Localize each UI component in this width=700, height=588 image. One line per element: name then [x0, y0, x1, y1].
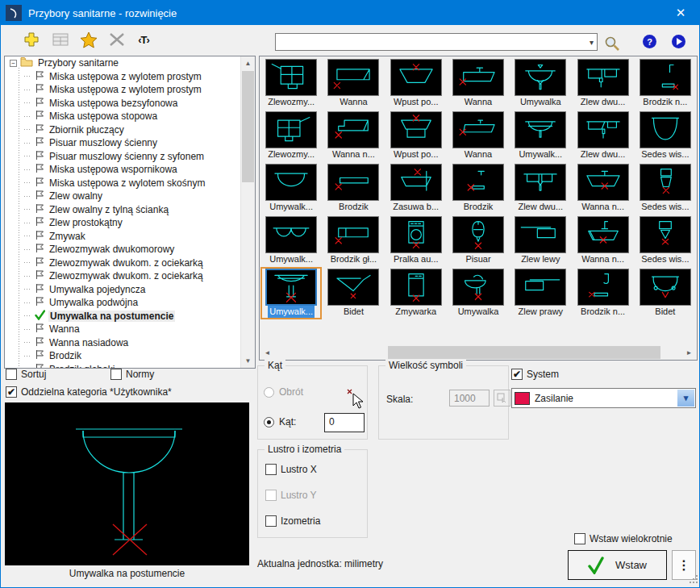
- search-icon[interactable]: [602, 33, 623, 54]
- window-title: Przybory sanitarne - rozwinięcie: [28, 7, 177, 19]
- symbol-cell[interactable]: Umywalka: [449, 269, 507, 318]
- tree-root[interactable]: − Przybory sanitarne: [5, 56, 241, 70]
- tree-item[interactable]: Miska ustępowa stopowa: [5, 110, 241, 123]
- tree-item[interactable]: Zlew owalny z tylną ścianką: [5, 203, 241, 217]
- lustro-y-checkbox[interactable]: ✔Lustro Y: [265, 490, 316, 501]
- tree-item[interactable]: Pisuar muszlowy ścienny: [5, 136, 241, 150]
- symbol-cell[interactable]: Sedes wis...: [636, 111, 694, 161]
- symbol-cell[interactable]: Bidet: [636, 269, 694, 318]
- text-symbol-button[interactable]: ‹T›: [133, 29, 154, 50]
- tree-item[interactable]: Miska ustępowa z wylotem skośnym: [5, 177, 241, 190]
- help-button[interactable]: ?: [643, 35, 656, 48]
- symbol-cell[interactable]: Sedes wis...: [636, 216, 694, 265]
- tree-item[interactable]: Zlew prostokątny: [5, 216, 241, 230]
- symbol-cell[interactable]: Wanna n...: [324, 111, 382, 161]
- symbol-cell[interactable]: Zlewozmy...: [262, 59, 320, 108]
- symbol-cell[interactable]: Zmywarka: [387, 269, 445, 318]
- tree-item[interactable]: Brodzik: [5, 349, 241, 363]
- symbol-cell[interactable]: Umywalk...: [511, 111, 569, 161]
- symbol-cell[interactable]: Wanna n...: [573, 164, 631, 213]
- symbol-cell[interactable]: Umywalka: [511, 59, 569, 108]
- symbol-cell[interactable]: Wanna: [449, 59, 507, 108]
- table-view-icon[interactable]: [50, 29, 71, 50]
- symbol-cell[interactable]: Brodzik gł...: [324, 216, 382, 265]
- tree-item[interactable]: Zmywak: [5, 230, 241, 244]
- skala-input[interactable]: 1000: [449, 390, 490, 407]
- symbol-cell[interactable]: Zlew prawy: [511, 269, 569, 318]
- symbol-cell[interactable]: Wanna: [324, 59, 382, 108]
- skala-pick-button[interactable]: [494, 390, 510, 407]
- symbol-cell[interactable]: Bidet: [324, 269, 382, 318]
- tree-item[interactable]: Miska ustępowa z wylotem prostym: [5, 70, 241, 84]
- kat-input[interactable]: 0: [324, 413, 365, 432]
- tree-item[interactable]: Pisuar muszlowy ścienny z syfonem: [5, 150, 241, 164]
- symbol-cell[interactable]: Wpust po...: [387, 111, 445, 161]
- normy-checkbox[interactable]: ✔Normy: [110, 369, 154, 380]
- resize-grip[interactable]: [690, 574, 698, 586]
- scroll-right-icon[interactable]: ►: [682, 346, 696, 360]
- symbol-cell[interactable]: Zlew dwu...: [511, 164, 569, 213]
- tree-item-label: Zlewozmywak dwukomorowy: [48, 244, 176, 255]
- chevron-down-icon[interactable]: ▾: [590, 38, 594, 47]
- scroll-left-icon[interactable]: ◄: [260, 346, 274, 360]
- lustro-x-checkbox[interactable]: ✔Lustro X: [265, 464, 317, 475]
- symbol-thumbnail: [265, 164, 317, 201]
- wstaw-wielokrotnie-checkbox[interactable]: ✔Wstaw wielokrotnie: [574, 533, 673, 544]
- symbol-cell[interactable]: Brodzik: [324, 164, 382, 213]
- tree-vertical-scrollbar[interactable]: ▲ ▼: [240, 56, 255, 368]
- tree-item[interactable]: Wanna nasiadowa: [5, 336, 241, 350]
- symbol-cell[interactable]: Pisuar: [449, 216, 507, 265]
- tree-item[interactable]: Umywalka pojedyncza: [5, 283, 241, 297]
- kat-radio[interactable]: Kąt:: [264, 416, 296, 427]
- tree-connector: [24, 169, 31, 170]
- tree-item[interactable]: Brodzik głęboki: [5, 363, 241, 369]
- symbol-cell[interactable]: Wanna n...: [573, 216, 631, 265]
- wstaw-button[interactable]: Wstaw: [568, 550, 667, 580]
- symbol-cell[interactable]: Pralka au...: [387, 216, 445, 265]
- scroll-down-icon[interactable]: ▼: [241, 354, 255, 368]
- delete-icon[interactable]: [106, 29, 127, 50]
- tree-item[interactable]: Miska ustępowa wspornikowa: [5, 163, 241, 177]
- symbol-cell[interactable]: Brodzik n...: [573, 269, 631, 318]
- tree-item[interactable]: Zlewozmywak dwukom. z ociekarką: [5, 269, 241, 283]
- tree-item[interactable]: Miska ustępowa z wylotem prostym: [5, 83, 241, 97]
- sortuj-checkbox[interactable]: ✔Sortuj: [6, 369, 46, 380]
- symbol-cell[interactable]: Umywalk...: [262, 269, 320, 318]
- tree-item[interactable]: Umywalka podwójna: [5, 296, 241, 310]
- tree-item[interactable]: Zlewozmywak dwukom. z ociekarką: [5, 256, 241, 270]
- tree-item[interactable]: Umywalka na postumencie: [5, 310, 241, 323]
- system-checkbox[interactable]: ✔System: [511, 369, 559, 380]
- favorites-star-icon[interactable]: [78, 29, 99, 50]
- tree-item[interactable]: Wanna: [5, 323, 241, 336]
- symbol-cell[interactable]: Umywalk...: [262, 216, 320, 265]
- symbol-cell[interactable]: Zlew dwu...: [573, 111, 631, 161]
- izometria-checkbox[interactable]: ✔Izometria: [265, 515, 320, 527]
- tree-item[interactable]: Zlew owalny: [5, 190, 241, 203]
- symbol-cell[interactable]: Zlew dwu...: [573, 59, 631, 108]
- collapse-icon[interactable]: −: [10, 60, 17, 67]
- tree-item[interactable]: Zbiornik płuczący: [5, 123, 241, 137]
- close-button[interactable]: ✕: [662, 1, 699, 25]
- tree-item[interactable]: Miska ustępowa bezsyfonowa: [5, 97, 241, 111]
- scroll-thumb[interactable]: [388, 346, 660, 359]
- symbol-cell[interactable]: Zlewozmy...: [262, 111, 320, 161]
- symbol-cell[interactable]: Wanna: [449, 111, 507, 161]
- symbol-cell[interactable]: Brodzik n...: [636, 59, 694, 108]
- search-combobox[interactable]: ▾: [275, 33, 598, 51]
- add-symbol-button[interactable]: [21, 29, 42, 50]
- scroll-up-icon[interactable]: ▲: [241, 56, 255, 70]
- symbol-cell[interactable]: Umywalk...: [262, 164, 320, 213]
- symbol-cell[interactable]: Zasuwa b...: [387, 164, 445, 213]
- scroll-thumb[interactable]: [242, 71, 254, 182]
- symbol-cell[interactable]: Wpust po...: [387, 59, 445, 108]
- symbol-cell[interactable]: Sedes wis...: [636, 164, 694, 213]
- system-combobox[interactable]: Zasilanie ▾: [511, 388, 696, 408]
- obrot-radio[interactable]: Obrót: [264, 386, 303, 398]
- symbol-cell[interactable]: Zlew lewy: [511, 216, 569, 265]
- play-button[interactable]: [672, 35, 685, 48]
- chevron-down-icon[interactable]: ▾: [677, 390, 694, 407]
- grid-horizontal-scrollbar[interactable]: ◄ ►: [260, 346, 696, 359]
- oddzielna-kategoria-checkbox[interactable]: ✔Oddzielna kategoria *Użytkownika*: [6, 386, 172, 398]
- symbol-cell[interactable]: Brodzik: [449, 164, 507, 213]
- tree-item[interactable]: Zlewozmywak dwukomorowy: [5, 243, 241, 256]
